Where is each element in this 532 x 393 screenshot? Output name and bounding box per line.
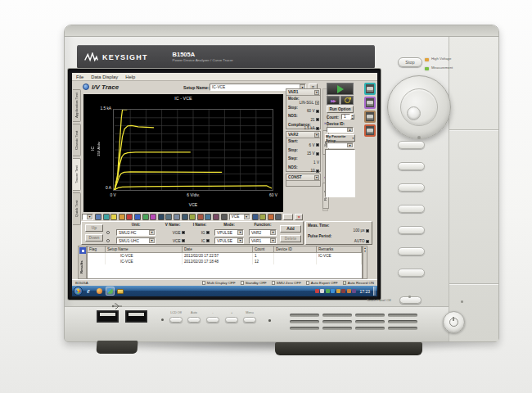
toolbar-icon[interactable]	[259, 214, 266, 220]
var2-header[interactable]: VAR2 ▼	[286, 132, 320, 138]
v-name-cell[interactable]: VGE	[160, 231, 185, 235]
list-icon[interactable]: ▦	[347, 128, 353, 132]
taskbar-app-ie[interactable]: e	[84, 287, 93, 296]
knob-edit-icon[interactable]	[316, 143, 319, 147]
power-button[interactable]	[443, 311, 465, 333]
col-count[interactable]: Count	[253, 246, 274, 253]
tab-classic-test[interactable]: Classic Test	[73, 124, 81, 156]
row-select-radio[interactable]	[106, 231, 110, 234]
scale-combo[interactable]: ▼	[82, 214, 93, 220]
softkey-button-4[interactable]	[398, 205, 425, 213]
close-icon[interactable]: ×	[295, 214, 303, 220]
toolbar-icon[interactable]	[142, 214, 149, 220]
knob-edit-icon[interactable]	[316, 169, 319, 173]
toolbar-icon[interactable]	[103, 214, 110, 220]
toolbar-icon[interactable]	[268, 214, 274, 220]
taskbar-clock[interactable]: 17:23	[359, 289, 370, 294]
brightness-down-button[interactable]	[206, 317, 219, 323]
count-spinner[interactable]: ▲▼	[350, 114, 354, 120]
chevron-down-icon[interactable]: ▼	[314, 175, 319, 180]
tray-icon[interactable]	[326, 289, 330, 293]
knob-edit-icon[interactable]	[366, 229, 369, 233]
unit-combo[interactable]: SMU1:UHC▼	[116, 237, 156, 244]
checkbox-icon[interactable]	[202, 281, 206, 285]
menu-help[interactable]: Help	[125, 75, 135, 79]
softkey-button-6[interactable]	[398, 247, 425, 255]
tray-icon[interactable]	[315, 289, 319, 293]
softkey-button-2[interactable]	[398, 162, 425, 170]
device-id-input[interactable]: ▦	[327, 127, 354, 133]
start-button[interactable]	[74, 287, 83, 296]
tab-results[interactable]: Results	[79, 255, 86, 278]
toolbar-icon[interactable]	[197, 214, 204, 220]
i-name-cell[interactable]: IG	[190, 231, 210, 235]
run-button[interactable]	[327, 83, 354, 95]
checkbox-icon[interactable]	[306, 281, 310, 285]
toolbar-icon[interactable]	[165, 214, 172, 220]
var1-header[interactable]: VAR1 ▼	[286, 89, 320, 96]
chevron-down-icon[interactable]: ▼	[270, 238, 276, 243]
edge-key-1[interactable]	[364, 83, 376, 95]
col-device-id[interactable]: Device ID	[274, 246, 317, 253]
function-combo[interactable]: VAR1▼	[249, 237, 277, 244]
table-row[interactable]: IC-VCE 2012/02/20 17:18:48 12	[88, 259, 362, 264]
softkey-button-5[interactable]	[398, 226, 425, 234]
const-header[interactable]: CONST ▼	[286, 174, 320, 181]
col-date[interactable]: Date	[183, 246, 253, 253]
chevron-down-icon[interactable]: ▼	[315, 101, 319, 105]
tray-icon[interactable]	[352, 289, 356, 293]
down-button[interactable]: Down	[85, 234, 103, 242]
knob-edit-icon[interactable]	[366, 240, 369, 243]
toolbar-icon[interactable]	[189, 214, 196, 220]
status-auto-record[interactable]: ✓Auto Record ON	[343, 281, 374, 285]
edge-key-2[interactable]	[364, 97, 376, 109]
edge-key-3[interactable]	[364, 111, 376, 123]
softkey-button-3[interactable]	[398, 183, 425, 192]
status-standby[interactable]: Standby OFF	[241, 281, 267, 285]
tray-icon[interactable]	[331, 289, 335, 293]
run-option-button[interactable]: Run Option	[327, 106, 354, 113]
add-button[interactable]: Add	[280, 225, 301, 233]
repeat-button[interactable]	[340, 96, 354, 105]
knob-edit-icon[interactable]	[316, 152, 319, 156]
toolbar-icon[interactable]	[174, 214, 180, 220]
chevron-down-icon[interactable]: ▼	[347, 143, 353, 147]
status-auto-export[interactable]: Auto Expert OFF	[306, 281, 338, 285]
toolbar-icon[interactable]	[221, 214, 228, 220]
knob-edit-icon[interactable]	[316, 118, 319, 121]
taskbar-app-2[interactable]	[95, 287, 104, 296]
mode-combo[interactable]: VPULSE▼	[214, 237, 244, 244]
pulse-period-value[interactable]: AUTO	[308, 239, 370, 243]
col-remarks[interactable]: Remarks	[317, 246, 362, 253]
toolbar-icon[interactable]	[182, 214, 188, 220]
stop-button[interactable]: Stop	[398, 57, 422, 67]
var1-compliance-value[interactable]: 1.5 kA	[286, 126, 320, 130]
toolbar-icon[interactable]	[150, 214, 156, 220]
touch-panel-off-button[interactable]	[399, 296, 422, 304]
tray-icon[interactable]	[347, 289, 351, 293]
taskbar-app-active[interactable]	[106, 287, 115, 296]
toolbar-icon[interactable]	[110, 214, 117, 220]
col-flag[interactable]: Flag	[88, 246, 106, 253]
var2-nos-value[interactable]: 10	[286, 169, 320, 173]
unit-combo[interactable]: SMU2:HC▼	[116, 229, 156, 236]
softkey-button-1[interactable]	[398, 141, 425, 149]
i-name-cell[interactable]: IC	[190, 239, 210, 243]
toolbar-icon[interactable]	[126, 214, 133, 220]
mode-combo[interactable]: VPULSE▼	[214, 229, 244, 236]
toolbar-icon[interactable]	[119, 214, 125, 220]
v-name-cell[interactable]: VCE	[160, 239, 185, 243]
lcd-off-button[interactable]	[169, 317, 183, 323]
knob-edit-icon[interactable]	[182, 231, 185, 234]
edge-key-4[interactable]	[364, 124, 376, 137]
meas-time-value[interactable]: 100 µs	[308, 228, 370, 233]
knob-edit-icon[interactable]	[182, 239, 185, 242]
toolbar-icon[interactable]	[134, 214, 141, 220]
taskbar-app-folder[interactable]	[116, 287, 125, 296]
auto-button[interactable]	[187, 317, 201, 323]
knob-edit-icon[interactable]	[316, 110, 319, 113]
chevron-down-icon[interactable]: ▼	[314, 90, 319, 95]
monitor-menu-button[interactable]	[243, 317, 256, 323]
chevron-down-icon[interactable]: ▼	[270, 230, 276, 235]
tray-icon[interactable]	[320, 289, 324, 293]
